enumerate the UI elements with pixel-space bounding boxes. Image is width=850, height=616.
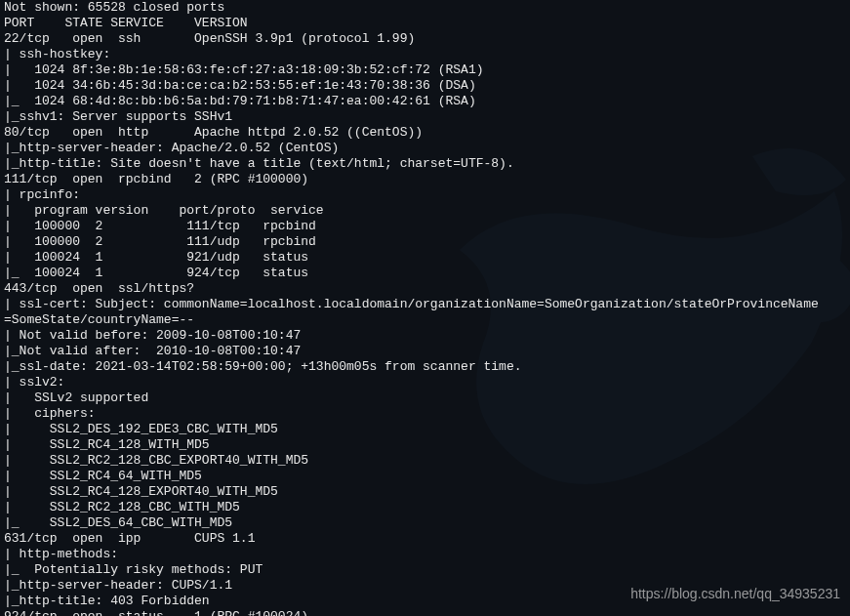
terminal-line: |_ 100024 1 924/tcp status (4, 266, 846, 281)
terminal-line: 22/tcp open ssh OpenSSH 3.9p1 (protocol … (4, 31, 846, 47)
terminal-line: | ssh-hostkey: (4, 47, 846, 62)
terminal-line: =SomeState/countryName=-- (4, 312, 846, 328)
terminal-line: | ssl-cert: Subject: commonName=localhos… (4, 297, 846, 312)
terminal-line: |_ssl-date: 2021-03-14T02:58:59+00:00; +… (4, 359, 846, 375)
terminal-line: |_http-title: Site doesn't have a title … (4, 156, 846, 172)
terminal-line: | SSLv2 supported (4, 390, 846, 406)
terminal-output: Not shown: 65528 closed portsPORT STATE … (4, 0, 846, 616)
watermark-url: https://blog.csdn.net/qq_34935231 (630, 586, 840, 601)
terminal-line: 924/tcp open status 1 (RPC #100024) (4, 609, 846, 616)
terminal-line: |_http-server-header: Apache/2.0.52 (Cen… (4, 141, 846, 156)
terminal-line: | Not valid before: 2009-10-08T00:10:47 (4, 328, 846, 344)
terminal-line: | 1024 8f:3e:8b:1e:58:63:fe:cf:27:a3:18:… (4, 62, 846, 78)
terminal-line: | ciphers: (4, 406, 846, 422)
terminal-line: 631/tcp open ipp CUPS 1.1 (4, 531, 846, 547)
terminal-line: |_ SSL2_DES_64_CBC_WITH_MD5 (4, 515, 846, 531)
terminal-line: | 100024 1 921/udp status (4, 250, 846, 266)
terminal-line: PORT STATE SERVICE VERSION (4, 16, 846, 31)
terminal-line: | SSL2_RC4_128_WITH_MD5 (4, 437, 846, 453)
terminal-line: | sslv2: (4, 375, 846, 390)
terminal-line: | program version port/proto service (4, 203, 846, 219)
terminal-line: | 100000 2 111/udp rpcbind (4, 234, 846, 250)
terminal-line: | SSL2_DES_192_EDE3_CBC_WITH_MD5 (4, 422, 846, 437)
terminal-line: | SSL2_RC2_128_CBC_EXPORT40_WITH_MD5 (4, 453, 846, 469)
terminal-line: | http-methods: (4, 547, 846, 562)
terminal-line: | SSL2_RC2_128_CBC_WITH_MD5 (4, 500, 846, 515)
terminal-line: | 100000 2 111/tcp rpcbind (4, 219, 846, 234)
terminal-line: 443/tcp open ssl/https? (4, 281, 846, 297)
terminal-line: |_ Potentially risky methods: PUT (4, 562, 846, 578)
terminal-line: | SSL2_RC4_128_EXPORT40_WITH_MD5 (4, 484, 846, 500)
terminal-line: |_Not valid after: 2010-10-08T00:10:47 (4, 344, 846, 359)
terminal-line: 111/tcp open rpcbind 2 (RPC #100000) (4, 172, 846, 187)
terminal-line: | 1024 34:6b:45:3d:ba:ce:ca:b2:53:55:ef:… (4, 78, 846, 94)
terminal-line: | SSL2_RC4_64_WITH_MD5 (4, 469, 846, 484)
terminal-line: |_sshv1: Server supports SSHv1 (4, 109, 846, 125)
terminal-line: |_ 1024 68:4d:8c:bb:b6:5a:bd:79:71:b8:71… (4, 94, 846, 109)
terminal-line: | rpcinfo: (4, 187, 846, 203)
terminal-line: Not shown: 65528 closed ports (4, 0, 846, 16)
terminal-line: 80/tcp open http Apache httpd 2.0.52 ((C… (4, 125, 846, 141)
